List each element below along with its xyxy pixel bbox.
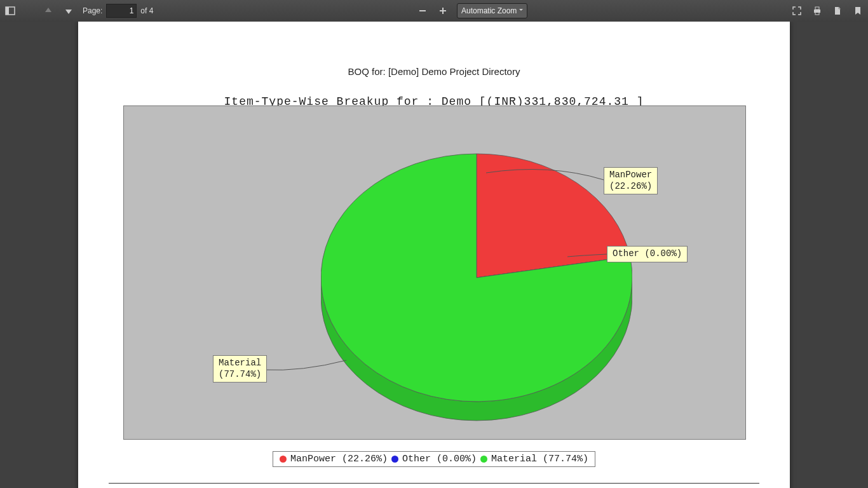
next-page-icon[interactable]	[60, 3, 77, 19]
legend-label-material: Material (77.74%)	[491, 454, 588, 464]
svg-rect-6	[815, 7, 819, 10]
bookmark-icon[interactable]	[850, 3, 866, 19]
prev-page-icon[interactable]	[40, 3, 57, 19]
callout-manpower: ManPower(22.26%)	[604, 167, 658, 194]
legend-swatch-other	[391, 456, 398, 463]
svg-rect-4	[442, 8, 444, 14]
footer-rule	[109, 483, 759, 484]
chart-area: ManPower(22.26%) Other (0.00%) Material(…	[123, 105, 746, 440]
zoom-select-label: Automatic Zoom	[461, 6, 517, 15]
pdf-toolbar: Page: of 4 Automatic Zoom	[0, 0, 868, 22]
print-icon[interactable]	[809, 3, 825, 19]
zoom-out-icon[interactable]	[414, 3, 431, 19]
pdf-page: BOQ for: [Demo] Demo Project Directory I…	[78, 22, 790, 488]
svg-rect-2	[419, 10, 426, 11]
fullscreen-icon[interactable]	[789, 3, 805, 19]
legend-swatch-manpower	[280, 456, 287, 463]
zoom-in-icon[interactable]	[435, 3, 451, 19]
document-title: BOQ for: [Demo] Demo Project Directory	[78, 66, 790, 77]
chart-legend: ManPower (22.26%) Other (0.00%) Material…	[273, 451, 595, 467]
download-icon[interactable]	[829, 3, 846, 19]
callout-other: Other (0.00%)	[607, 246, 688, 262]
legend-swatch-material	[480, 456, 487, 463]
pdf-viewer[interactable]: BOQ for: [Demo] Demo Project Directory I…	[0, 22, 868, 488]
page-number-input[interactable]	[106, 4, 137, 18]
pie-chart	[321, 132, 632, 430]
zoom-select[interactable]: Automatic Zoom	[457, 3, 527, 18]
legend-label-other: Other (0.00%)	[402, 454, 477, 464]
page-label: Page:	[83, 6, 102, 15]
sidebar-toggle-icon[interactable]	[2, 3, 18, 19]
page-total-label: of 4	[140, 6, 153, 15]
legend-label-manpower: ManPower (22.26%)	[290, 454, 388, 464]
callout-material: Material(77.74%)	[213, 355, 267, 383]
svg-rect-1	[6, 7, 9, 15]
